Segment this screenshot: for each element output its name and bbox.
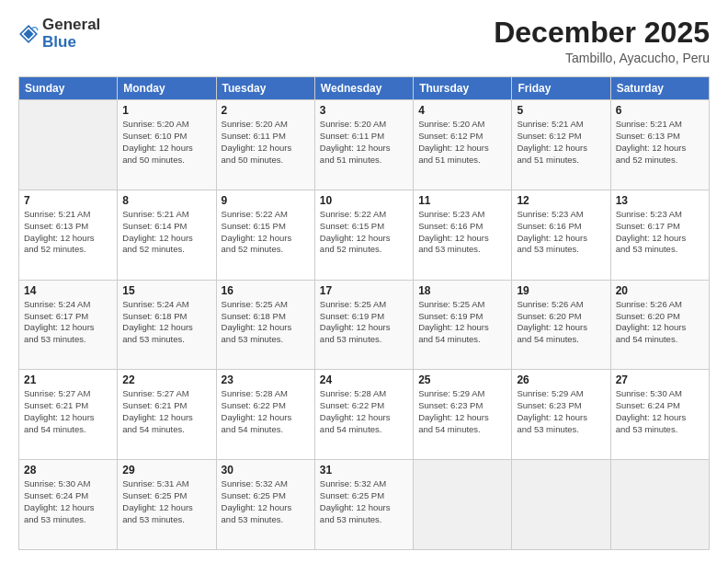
cell-info: Sunrise: 5:20 AM Sunset: 6:11 PM Dayligh… xyxy=(222,119,310,166)
month-title: December 2025 xyxy=(494,17,710,49)
day-number: 2 xyxy=(222,104,310,117)
cell-info: Sunrise: 5:30 AM Sunset: 6:24 PM Dayligh… xyxy=(616,388,704,435)
calendar-cell: 11Sunrise: 5:23 AM Sunset: 6:16 PM Dayli… xyxy=(414,190,512,280)
calendar-cell: 21Sunrise: 5:27 AM Sunset: 6:21 PM Dayli… xyxy=(19,370,118,460)
day-number: 25 xyxy=(418,373,506,386)
cell-info: Sunrise: 5:27 AM Sunset: 6:21 PM Dayligh… xyxy=(24,388,112,435)
cell-info: Sunrise: 5:22 AM Sunset: 6:15 PM Dayligh… xyxy=(320,209,408,256)
calendar-page: General Blue December 2025 Tambillo, Aya… xyxy=(0,0,728,563)
col-friday: Friday xyxy=(512,77,610,100)
calendar-cell: 27Sunrise: 5:30 AM Sunset: 6:24 PM Dayli… xyxy=(610,370,709,460)
day-number: 11 xyxy=(418,194,506,207)
calendar-cell: 25Sunrise: 5:29 AM Sunset: 6:23 PM Dayli… xyxy=(414,370,512,460)
calendar-cell: 16Sunrise: 5:25 AM Sunset: 6:18 PM Dayli… xyxy=(216,280,314,370)
logo: General Blue xyxy=(18,17,100,51)
calendar-cell: 6Sunrise: 5:21 AM Sunset: 6:13 PM Daylig… xyxy=(610,100,709,190)
calendar-cell xyxy=(610,460,709,550)
cell-info: Sunrise: 5:20 AM Sunset: 6:11 PM Dayligh… xyxy=(320,119,408,166)
week-row-4: 21Sunrise: 5:27 AM Sunset: 6:21 PM Dayli… xyxy=(19,370,710,460)
cell-info: Sunrise: 5:25 AM Sunset: 6:18 PM Dayligh… xyxy=(222,299,310,346)
week-row-2: 7Sunrise: 5:21 AM Sunset: 6:13 PM Daylig… xyxy=(19,190,710,280)
cell-info: Sunrise: 5:29 AM Sunset: 6:23 PM Dayligh… xyxy=(517,388,605,435)
calendar-cell: 17Sunrise: 5:25 AM Sunset: 6:19 PM Dayli… xyxy=(314,280,413,370)
day-number: 21 xyxy=(24,373,112,386)
col-monday: Monday xyxy=(118,77,216,100)
calendar-cell: 9Sunrise: 5:22 AM Sunset: 6:15 PM Daylig… xyxy=(216,190,314,280)
cell-info: Sunrise: 5:31 AM Sunset: 6:25 PM Dayligh… xyxy=(122,478,210,525)
title-block: December 2025 Tambillo, Ayacucho, Peru xyxy=(494,17,710,65)
calendar-cell: 4Sunrise: 5:20 AM Sunset: 6:12 PM Daylig… xyxy=(414,100,512,190)
day-number: 12 xyxy=(517,194,605,207)
calendar-cell: 20Sunrise: 5:26 AM Sunset: 6:20 PM Dayli… xyxy=(610,280,709,370)
day-number: 20 xyxy=(616,284,704,297)
cell-info: Sunrise: 5:28 AM Sunset: 6:22 PM Dayligh… xyxy=(222,388,310,435)
calendar-cell: 10Sunrise: 5:22 AM Sunset: 6:15 PM Dayli… xyxy=(314,190,413,280)
calendar-cell: 22Sunrise: 5:27 AM Sunset: 6:21 PM Dayli… xyxy=(118,370,216,460)
cell-info: Sunrise: 5:22 AM Sunset: 6:15 PM Dayligh… xyxy=(222,209,310,256)
day-number: 6 xyxy=(616,104,704,117)
day-number: 14 xyxy=(24,284,112,297)
day-number: 23 xyxy=(222,373,310,386)
day-number: 5 xyxy=(517,104,605,117)
header: General Blue December 2025 Tambillo, Aya… xyxy=(18,17,710,65)
cell-info: Sunrise: 5:26 AM Sunset: 6:20 PM Dayligh… xyxy=(616,299,704,346)
day-number: 29 xyxy=(122,464,210,477)
calendar-cell: 12Sunrise: 5:23 AM Sunset: 6:16 PM Dayli… xyxy=(512,190,610,280)
calendar-cell: 2Sunrise: 5:20 AM Sunset: 6:11 PM Daylig… xyxy=(216,100,314,190)
day-number: 30 xyxy=(222,464,310,477)
cell-info: Sunrise: 5:27 AM Sunset: 6:21 PM Dayligh… xyxy=(122,388,210,435)
calendar-cell xyxy=(19,100,118,190)
logo-icon xyxy=(18,24,39,44)
cell-info: Sunrise: 5:24 AM Sunset: 6:17 PM Dayligh… xyxy=(24,299,112,346)
week-row-5: 28Sunrise: 5:30 AM Sunset: 6:24 PM Dayli… xyxy=(19,460,710,550)
cell-info: Sunrise: 5:26 AM Sunset: 6:20 PM Dayligh… xyxy=(517,299,605,346)
cell-info: Sunrise: 5:21 AM Sunset: 6:13 PM Dayligh… xyxy=(616,119,704,166)
calendar-cell: 7Sunrise: 5:21 AM Sunset: 6:13 PM Daylig… xyxy=(19,190,118,280)
week-row-1: 1Sunrise: 5:20 AM Sunset: 6:10 PM Daylig… xyxy=(19,100,710,190)
day-number: 17 xyxy=(320,284,408,297)
logo-text: General Blue xyxy=(42,17,100,51)
calendar-table: Sunday Monday Tuesday Wednesday Thursday… xyxy=(18,76,710,550)
day-number: 27 xyxy=(616,373,704,386)
day-number: 4 xyxy=(418,104,506,117)
day-number: 24 xyxy=(320,373,408,386)
cell-info: Sunrise: 5:24 AM Sunset: 6:18 PM Dayligh… xyxy=(122,299,210,346)
day-number: 10 xyxy=(320,194,408,207)
cell-info: Sunrise: 5:20 AM Sunset: 6:10 PM Dayligh… xyxy=(122,119,210,166)
calendar-cell: 18Sunrise: 5:25 AM Sunset: 6:19 PM Dayli… xyxy=(414,280,512,370)
calendar-cell: 19Sunrise: 5:26 AM Sunset: 6:20 PM Dayli… xyxy=(512,280,610,370)
calendar-cell: 28Sunrise: 5:30 AM Sunset: 6:24 PM Dayli… xyxy=(19,460,118,550)
calendar-cell: 15Sunrise: 5:24 AM Sunset: 6:18 PM Dayli… xyxy=(118,280,216,370)
calendar-cell: 14Sunrise: 5:24 AM Sunset: 6:17 PM Dayli… xyxy=(19,280,118,370)
calendar-cell: 30Sunrise: 5:32 AM Sunset: 6:25 PM Dayli… xyxy=(216,460,314,550)
col-tuesday: Tuesday xyxy=(216,77,314,100)
day-number: 22 xyxy=(122,373,210,386)
calendar-cell xyxy=(512,460,610,550)
calendar-cell: 26Sunrise: 5:29 AM Sunset: 6:23 PM Dayli… xyxy=(512,370,610,460)
calendar-cell: 29Sunrise: 5:31 AM Sunset: 6:25 PM Dayli… xyxy=(118,460,216,550)
calendar-cell: 24Sunrise: 5:28 AM Sunset: 6:22 PM Dayli… xyxy=(314,370,413,460)
cell-info: Sunrise: 5:20 AM Sunset: 6:12 PM Dayligh… xyxy=(418,119,506,166)
cell-info: Sunrise: 5:21 AM Sunset: 6:12 PM Dayligh… xyxy=(517,119,605,166)
cell-info: Sunrise: 5:32 AM Sunset: 6:25 PM Dayligh… xyxy=(320,478,408,525)
day-number: 16 xyxy=(222,284,310,297)
cell-info: Sunrise: 5:23 AM Sunset: 6:16 PM Dayligh… xyxy=(517,209,605,256)
cell-info: Sunrise: 5:28 AM Sunset: 6:22 PM Dayligh… xyxy=(320,388,408,435)
col-thursday: Thursday xyxy=(414,77,512,100)
day-number: 15 xyxy=(122,284,210,297)
day-number: 1 xyxy=(122,104,210,117)
header-row: Sunday Monday Tuesday Wednesday Thursday… xyxy=(19,77,710,100)
calendar-cell: 13Sunrise: 5:23 AM Sunset: 6:17 PM Dayli… xyxy=(610,190,709,280)
calendar-cell: 5Sunrise: 5:21 AM Sunset: 6:12 PM Daylig… xyxy=(512,100,610,190)
cell-info: Sunrise: 5:23 AM Sunset: 6:17 PM Dayligh… xyxy=(616,209,704,256)
cell-info: Sunrise: 5:25 AM Sunset: 6:19 PM Dayligh… xyxy=(418,299,506,346)
cell-info: Sunrise: 5:25 AM Sunset: 6:19 PM Dayligh… xyxy=(320,299,408,346)
cell-info: Sunrise: 5:21 AM Sunset: 6:14 PM Dayligh… xyxy=(122,209,210,256)
cell-info: Sunrise: 5:29 AM Sunset: 6:23 PM Dayligh… xyxy=(418,388,506,435)
calendar-cell xyxy=(414,460,512,550)
calendar-cell: 8Sunrise: 5:21 AM Sunset: 6:14 PM Daylig… xyxy=(118,190,216,280)
day-number: 8 xyxy=(122,194,210,207)
location: Tambillo, Ayacucho, Peru xyxy=(494,51,710,65)
logo-general: General xyxy=(42,16,100,33)
cell-info: Sunrise: 5:32 AM Sunset: 6:25 PM Dayligh… xyxy=(222,478,310,525)
